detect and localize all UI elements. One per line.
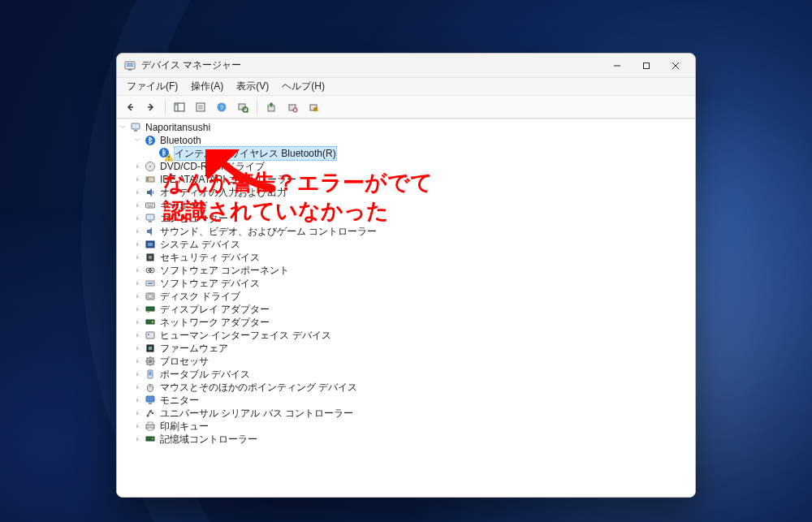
chevron-right-icon[interactable]: › [132, 239, 143, 250]
category-audio[interactable]: › オーディオの入力および出力 [132, 186, 695, 199]
category-software-component[interactable]: › ソフトウェア コンポーネント [132, 264, 695, 277]
show-hide-tree-button[interactable] [170, 98, 189, 116]
tree-root-label: Naporitansushi [145, 121, 210, 134]
chevron-right-icon[interactable]: › [132, 226, 143, 237]
properties-button[interactable] [191, 98, 210, 116]
security-device-icon [144, 251, 157, 264]
category-firmware[interactable]: › ファームウェア [132, 342, 695, 355]
category-print[interactable]: › 印刷キュー [132, 420, 695, 433]
svg-point-53 [151, 270, 153, 271]
toolbar: ? [117, 96, 695, 119]
sound-video-icon [144, 225, 157, 238]
chevron-right-icon[interactable]: › [132, 421, 143, 432]
category-bluetooth[interactable]: ﹀ Bluetooth [132, 134, 695, 147]
chevron-right-icon[interactable]: › [132, 174, 143, 185]
device-tree[interactable]: ﹀ Naporitansushi ﹀ Bluetoot [117, 119, 695, 497]
chevron-right-icon[interactable]: › [132, 382, 143, 393]
category-label: プロセッサ [160, 355, 209, 368]
chevron-right-icon[interactable]: › [132, 265, 143, 276]
tree-root[interactable]: ﹀ Naporitansushi [117, 121, 695, 134]
category-dvd[interactable]: › DVD/CD-ROM ドライブ [132, 160, 695, 173]
svg-rect-63 [148, 334, 149, 335]
titlebar[interactable]: デバイス マネージャー [117, 54, 695, 78]
portable-device-icon [144, 368, 157, 381]
nav-back-button[interactable] [120, 98, 140, 116]
category-system[interactable]: › システム デバイス [132, 238, 695, 251]
help-button[interactable]: ? [212, 98, 231, 116]
category-usb[interactable]: › ユニバーサル シリアル バス コントローラー [132, 407, 695, 420]
menu-action[interactable]: 操作(A) [184, 78, 230, 95]
category-network[interactable]: › ネットワーク アダプター [132, 316, 695, 329]
chevron-right-icon[interactable]: › [132, 304, 143, 315]
storage-controller-icon [144, 433, 157, 446]
svg-rect-81 [148, 422, 153, 425]
category-display[interactable]: › ディスプレイ アダプター [132, 303, 695, 316]
svg-rect-79 [152, 412, 153, 414]
nav-forward-button[interactable] [141, 98, 161, 116]
chevron-right-icon[interactable]: › [132, 434, 143, 445]
device-intel-wireless-bluetooth[interactable]: インテル(R) ワイヤレス Bluetooth(R) [146, 147, 695, 160]
menu-help[interactable]: ヘルプ(H) [275, 78, 331, 95]
category-label: ソフトウェア デバイス [160, 277, 260, 290]
menu-file[interactable]: ファイル(F) [120, 78, 184, 95]
chevron-right-icon[interactable]: › [132, 343, 143, 354]
menu-view[interactable]: 表示(V) [230, 78, 275, 95]
chevron-right-icon[interactable]: › [132, 330, 143, 341]
category-keyboard[interactable]: › キーボード [132, 199, 695, 212]
category-monitor[interactable]: › モニター [132, 394, 695, 407]
category-label: ネットワーク アダプター [160, 316, 270, 329]
uninstall-device-button[interactable] [283, 98, 302, 116]
category-label: DVD/CD-ROM ドライブ [160, 160, 265, 173]
window-title: デバイス マネージャー [141, 58, 241, 72]
maximize-button[interactable] [632, 54, 661, 78]
svg-rect-3 [128, 69, 132, 71]
category-label: オーディオの入力および出力 [160, 186, 287, 199]
category-label: ユニバーサル シリアル バス コントローラー [160, 407, 353, 420]
chevron-right-icon[interactable]: › [132, 187, 143, 198]
svg-rect-1 [127, 63, 133, 65]
chevron-right-icon[interactable]: › [132, 317, 143, 328]
app-icon [123, 59, 136, 72]
chevron-down-icon[interactable]: ﹀ [132, 135, 143, 146]
category-portable[interactable]: › ポータブル デバイス [132, 368, 695, 381]
svg-point-84 [152, 438, 153, 440]
disable-device-button[interactable] [304, 98, 323, 116]
network-adapter-icon [144, 316, 157, 329]
hid-icon [144, 329, 157, 342]
category-label: 印刷キュー [160, 420, 209, 433]
category-computer[interactable]: › コンピューター [132, 212, 695, 225]
chevron-right-icon[interactable]: › [132, 161, 143, 172]
chevron-right-icon[interactable]: › [132, 278, 143, 289]
category-label: ポータブル デバイス [160, 368, 250, 381]
chevron-right-icon[interactable]: › [132, 395, 143, 406]
category-ide[interactable]: › IDE ATA/ATAPI コントローラー [132, 173, 695, 186]
category-storage[interactable]: › 記憶域コントローラー [132, 433, 695, 446]
chevron-right-icon[interactable]: › [132, 213, 143, 224]
optical-drive-icon [144, 160, 157, 173]
category-security[interactable]: › セキュリティ デバイス [132, 251, 695, 264]
chevron-down-icon[interactable]: ﹀ [117, 122, 128, 133]
category-label: モニター [160, 394, 199, 407]
category-sound[interactable]: › サウンド、ビデオ、およびゲーム コントローラー [132, 225, 695, 238]
svg-rect-67 [149, 360, 152, 363]
chevron-right-icon[interactable]: › [132, 291, 143, 302]
svg-rect-28 [132, 123, 140, 129]
category-label: Bluetooth [160, 134, 201, 147]
category-label: ディスク ドライブ [160, 290, 240, 303]
display-adapter-icon [144, 303, 157, 316]
update-driver-button[interactable] [261, 98, 281, 116]
chevron-right-icon[interactable]: › [132, 356, 143, 367]
chevron-right-icon[interactable]: › [132, 369, 143, 380]
category-processor[interactable]: › プロセッサ [132, 355, 695, 368]
chevron-right-icon[interactable]: › [132, 408, 143, 419]
category-hid[interactable]: › ヒューマン インターフェイス デバイス [132, 329, 695, 342]
chevron-right-icon[interactable]: › [132, 200, 143, 211]
category-software-device[interactable]: › ソフトウェア デバイス [132, 277, 695, 290]
svg-rect-44 [146, 214, 154, 220]
category-disk[interactable]: › ディスク ドライブ [132, 290, 695, 303]
minimize-button[interactable] [603, 54, 632, 78]
chevron-right-icon[interactable]: › [132, 252, 143, 263]
close-button[interactable] [661, 54, 690, 78]
scan-hardware-button[interactable] [233, 98, 253, 116]
category-mouse[interactable]: › マウスとそのほかのポインティング デバイス [132, 381, 695, 394]
